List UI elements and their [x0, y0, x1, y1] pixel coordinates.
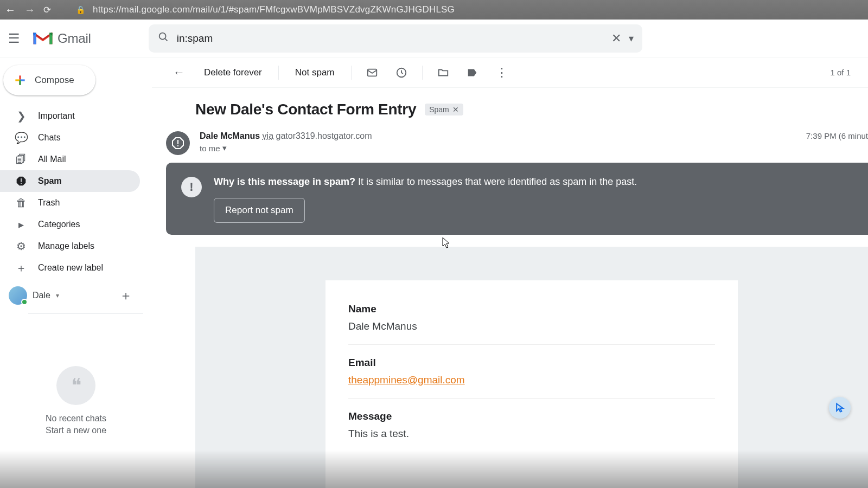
avatar: [9, 286, 27, 305]
search-icon[interactable]: [157, 31, 169, 46]
recipient-line: to me: [200, 144, 220, 153]
back-icon[interactable]: ←: [4, 4, 16, 16]
report-not-spam-button[interactable]: Report not spam: [214, 198, 305, 223]
field-label-email: Email: [348, 357, 715, 369]
svg-line-3: [165, 38, 167, 40]
compose-label: Compose: [35, 75, 74, 86]
sidebar-item-label: Spam: [38, 176, 62, 186]
field-value-name: Dale McManus: [348, 320, 715, 332]
forward-icon: →: [24, 4, 36, 16]
move-to-icon[interactable]: [431, 61, 455, 85]
floating-cursor-badge: [829, 397, 851, 419]
sidebar-item-label: Trash: [38, 198, 60, 208]
gmail-wordmark: Gmail: [58, 31, 91, 46]
label-chip-spam[interactable]: Spam ✕: [425, 104, 463, 115]
more-icon[interactable]: ⋮: [490, 61, 514, 85]
sidebar-item-manage-labels[interactable]: ⚙ Manage labels: [0, 235, 140, 257]
sidebar-item-important[interactable]: ❯ Important: [0, 105, 140, 127]
sidebar-item-label: Manage labels: [38, 241, 94, 251]
sidebar: Compose ❯ Important 💬 Chats 🗐 All Mail S…: [0, 57, 152, 488]
svg-rect-10: [21, 183, 22, 184]
message-position: 1 of 1: [830, 68, 851, 77]
sidebar-item-all-mail[interactable]: 🗐 All Mail: [0, 149, 140, 170]
sidebar-item-label: Create new label: [38, 263, 103, 273]
svg-rect-15: [177, 140, 178, 144]
sender-avatar-spam-icon: [166, 131, 190, 155]
field-value-message: This is a test.: [348, 428, 715, 440]
new-chat-icon[interactable]: ＋: [119, 287, 132, 304]
field-label-message: Message: [348, 410, 715, 422]
sender-via: via: [263, 131, 273, 140]
spam-banner: ! Why is this message in spam? It is sim…: [166, 163, 868, 235]
all-mail-icon: 🗐: [15, 153, 27, 166]
main-menu-icon[interactable]: ☰: [7, 31, 22, 46]
form-card: Name Dale McManus Email theappmines@gmai…: [326, 280, 738, 488]
sender-name: Dale McManus: [200, 131, 260, 140]
content-area: ← Delete forever Not spam ⋮ 1 of 1 New: [152, 57, 868, 488]
sidebar-item-chats[interactable]: 💬 Chats: [0, 127, 140, 149]
svg-point-2: [159, 33, 165, 39]
clear-search-icon[interactable]: ✕: [611, 31, 621, 46]
field-label-name: Name: [348, 303, 715, 315]
divider: [28, 313, 143, 314]
hangouts-user-row[interactable]: Dale ▾ ＋: [0, 281, 152, 310]
remove-label-icon[interactable]: ✕: [452, 105, 459, 114]
label-chip-text: Spam: [429, 105, 449, 114]
gmail-logo[interactable]: Gmail: [31, 30, 91, 47]
back-to-list-button[interactable]: ←: [167, 61, 191, 85]
gmail-m-icon: [31, 30, 54, 47]
recipient-details-icon[interactable]: ▾: [222, 143, 227, 153]
hangouts-empty-state: ❝ No recent chats Start a new one: [0, 366, 152, 435]
sidebar-item-label: Chats: [38, 133, 61, 143]
email-subject: New Dale's Contact Form Entry: [195, 101, 416, 118]
reload-icon[interactable]: ⟳: [43, 4, 51, 16]
mark-unread-icon[interactable]: [360, 61, 384, 85]
separator: [278, 66, 279, 80]
hangouts-empty-line1: No recent chats: [46, 414, 106, 423]
chevron-down-icon[interactable]: ▾: [56, 292, 59, 299]
plus-icon: ＋: [15, 261, 27, 275]
svg-rect-9: [21, 178, 22, 182]
message-timestamp: 7:39 PM (6 minut: [806, 131, 868, 140]
delete-forever-button[interactable]: Delete forever: [196, 67, 270, 78]
search-input[interactable]: [177, 33, 604, 44]
categories-icon: ▸: [15, 218, 27, 231]
warning-icon: !: [181, 177, 202, 197]
spam-banner-explanation: It is similar to messages that were iden…: [355, 176, 637, 187]
compose-button[interactable]: Compose: [3, 65, 95, 95]
sidebar-item-label: Important: [38, 111, 75, 121]
separator: [351, 66, 352, 80]
sidebar-item-spam[interactable]: Spam: [0, 170, 140, 192]
app-header: ☰ Gmail ✕ ▾: [0, 20, 868, 57]
field-value-email-link[interactable]: theappmines@gmail.com: [348, 374, 465, 386]
divider: [348, 398, 715, 399]
sidebar-item-label: All Mail: [38, 155, 66, 164]
not-spam-button[interactable]: Not spam: [288, 67, 342, 78]
sidebar-item-trash[interactable]: 🗑 Trash: [0, 192, 140, 214]
separator: [422, 66, 423, 80]
trash-icon: 🗑: [15, 197, 27, 209]
snooze-icon[interactable]: [390, 61, 413, 85]
sidebar-item-create-label[interactable]: ＋ Create new label: [0, 257, 140, 279]
important-icon: ❯: [15, 110, 27, 123]
hangouts-empty-line2[interactable]: Start a new one: [46, 426, 106, 435]
divider: [348, 344, 715, 345]
address-bar[interactable]: https://mail.google.com/mail/u/1/#spam/F…: [93, 4, 455, 15]
compose-plus-icon: [13, 73, 27, 87]
search-box[interactable]: ✕ ▾: [149, 24, 642, 53]
sidebar-item-label: Categories: [38, 220, 80, 229]
sender-domain: gator3319.hostgator.com: [276, 131, 372, 140]
presence-dot: [21, 299, 28, 305]
spam-icon: [15, 176, 27, 187]
message-toolbar: ← Delete forever Not spam ⋮ 1 of 1: [152, 57, 868, 88]
lock-icon: 🔒: [76, 5, 85, 14]
chats-icon: 💬: [15, 131, 27, 144]
search-options-icon[interactable]: ▾: [629, 33, 634, 44]
spam-banner-question: Why is this message in spam?: [214, 176, 355, 187]
labels-icon[interactable]: [461, 61, 484, 85]
quote-bubble-icon: ❝: [56, 366, 95, 405]
hangouts-username: Dale: [33, 291, 50, 300]
browser-chrome: ← → ⟳ 🔒 https://mail.google.com/mail/u/1…: [0, 0, 868, 20]
sidebar-item-categories[interactable]: ▸ Categories: [0, 214, 140, 235]
email-body: Name Dale McManus Email theappmines@gmai…: [195, 247, 868, 488]
